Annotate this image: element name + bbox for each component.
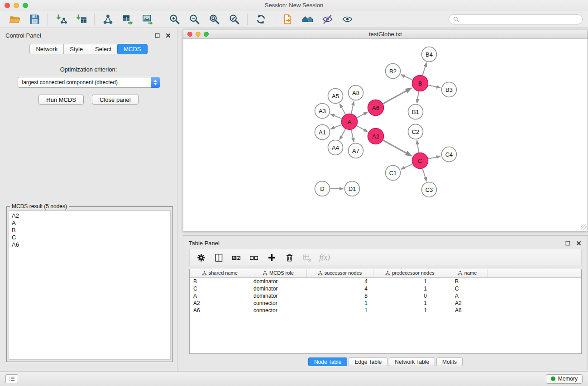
save-session-button[interactable] [24, 12, 44, 27]
graph-edge-A-A6[interactable] [357, 112, 368, 118]
graph-edge-A-A8[interactable] [351, 101, 354, 114]
minimize-window-button[interactable] [14, 3, 19, 8]
graph-node-B3[interactable]: B3 [442, 82, 457, 97]
first-neighbors-button[interactable] [297, 12, 317, 27]
mcds-result-item[interactable]: A [12, 219, 167, 227]
column-settings-button[interactable] [193, 251, 209, 264]
table-panel-close-button[interactable] [575, 240, 582, 247]
control-panel-close-button[interactable] [165, 32, 172, 39]
export-table-button[interactable] [118, 12, 138, 27]
tab-select[interactable]: Select [89, 44, 118, 54]
graph-edge-A-A4[interactable] [339, 129, 345, 140]
table-row[interactable]: A2connector11A2 [190, 300, 581, 307]
run-mcds-button[interactable]: Run MCDS [38, 95, 84, 105]
criterion-dropdown[interactable]: largest connected component (directed) [18, 77, 160, 88]
column-header-mcds-role[interactable]: MCDS role [250, 269, 306, 277]
graph-node-B2[interactable]: B2 [386, 64, 401, 79]
hide-selected-button[interactable] [317, 12, 337, 27]
tab-style[interactable]: Style [64, 44, 89, 54]
graph-node-B[interactable]: B [412, 76, 428, 91]
search-box[interactable] [449, 14, 583, 24]
network-canvas-area[interactable]: B4B2BB3A8A5A6A3B1AC2A1A2A4A7C4CC1C3DD1 [183, 39, 588, 231]
graph-node-C3[interactable]: C3 [422, 182, 437, 197]
network-close-button[interactable] [187, 32, 192, 37]
resize-grip-icon[interactable] [581, 224, 587, 230]
graph-node-A3[interactable]: A3 [315, 104, 330, 119]
graph-edge-A-A7[interactable] [351, 130, 354, 142]
table-row[interactable]: Bdominator41B [190, 277, 581, 285]
graph-edge-A-A2[interactable] [357, 126, 368, 132]
graph-edge-A2-C[interactable] [383, 140, 411, 156]
tab-network-table[interactable]: Network Table [389, 357, 435, 366]
mcds-result-item[interactable]: A6 [12, 241, 167, 248]
tab-network[interactable]: Network [29, 44, 64, 54]
graph-edge-B-B1[interactable] [417, 91, 419, 103]
column-header-predecessor-nodes[interactable]: predecessor nodes [373, 269, 447, 277]
table-row[interactable]: Adominator80A [190, 292, 581, 300]
graph-edge-A-A5[interactable] [339, 104, 345, 114]
graph-node-C1[interactable]: C1 [386, 166, 401, 181]
graph-edge-A6-B[interactable] [383, 88, 411, 104]
close-panel-button[interactable]: Close panel [92, 95, 139, 105]
zoom-fit-button[interactable] [204, 12, 224, 27]
tab-motifs[interactable]: Motifs [436, 357, 463, 366]
table-row[interactable]: A6connector11A6 [190, 307, 581, 314]
graph-node-B1[interactable]: B1 [408, 105, 423, 119]
export-image-button[interactable] [138, 12, 158, 27]
graph-node-B4[interactable]: B4 [422, 47, 437, 62]
graph-edge-C-C1[interactable] [401, 164, 412, 169]
search-input[interactable] [461, 16, 578, 23]
graph-node-C2[interactable]: C2 [408, 124, 423, 139]
graph-node-A6[interactable]: A6 [368, 100, 384, 116]
graph-node-D[interactable]: D [315, 181, 330, 196]
tab-edge-table[interactable]: Edge Table [349, 357, 387, 366]
manage-columns-button[interactable] [211, 251, 226, 264]
mcds-result-item[interactable]: C [12, 234, 167, 241]
graph-edge-C-C3[interactable] [423, 169, 427, 181]
graph-edge-C-C4[interactable] [428, 156, 440, 159]
column-header-shared-name[interactable]: shared name [190, 269, 250, 277]
tab-mcds[interactable]: MCDS [117, 44, 147, 54]
network-file-button[interactable] [277, 12, 297, 27]
apply-layout-button[interactable] [251, 12, 271, 27]
add-column-button[interactable] [264, 251, 279, 264]
graph-node-C[interactable]: C [412, 153, 428, 169]
zoom-selected-button[interactable] [224, 12, 244, 27]
delete-column-button[interactable] [282, 251, 297, 264]
graph-node-D1[interactable]: D1 [345, 181, 360, 196]
graph-edge-A-A3[interactable] [330, 114, 342, 119]
deselect-all-rows-button[interactable] [246, 251, 262, 264]
graph-edge-B-B3[interactable] [428, 85, 440, 88]
graph-node-A5[interactable]: A5 [328, 89, 343, 104]
graph-edge-C-C2[interactable] [417, 140, 419, 152]
graph-node-A8[interactable]: A8 [349, 86, 363, 100]
graph-node-A7[interactable]: A7 [349, 143, 363, 158]
network-maximize-button[interactable] [204, 32, 209, 37]
export-network-button[interactable] [98, 12, 118, 27]
table-row[interactable]: Cdominator41C [190, 285, 581, 292]
mcds-result-item[interactable]: B [12, 227, 167, 234]
graph-node-A4[interactable]: A4 [328, 140, 343, 155]
zoom-in-button[interactable] [164, 12, 184, 27]
maximize-window-button[interactable] [23, 3, 28, 8]
close-window-button[interactable] [5, 3, 10, 8]
graph-edge-B-B4[interactable] [423, 63, 427, 76]
control-panel-float-button[interactable] [154, 32, 161, 39]
graph-node-A2[interactable]: A2 [368, 129, 384, 144]
network-minimize-button[interactable] [196, 32, 201, 37]
select-all-rows-button[interactable] [229, 251, 244, 264]
graph-edge-B-B2[interactable] [401, 75, 412, 80]
show-panels-button[interactable] [5, 374, 18, 383]
import-network-button[interactable] [51, 12, 71, 27]
graph-node-A[interactable]: A [342, 114, 358, 130]
graph-node-A1[interactable]: A1 [315, 125, 330, 140]
zoom-out-button[interactable] [184, 12, 204, 27]
graph-edge-A-A1[interactable] [330, 125, 342, 129]
graph-node-C4[interactable]: C4 [442, 147, 457, 162]
column-header-successor-nodes[interactable]: successor nodes [306, 269, 373, 277]
show-all-button[interactable] [337, 12, 357, 27]
table-panel-float-button[interactable] [564, 240, 571, 247]
column-header-name[interactable]: name [447, 269, 488, 277]
mcds-result-item[interactable]: A2 [12, 212, 167, 219]
memory-button[interactable]: Memory [546, 374, 583, 384]
